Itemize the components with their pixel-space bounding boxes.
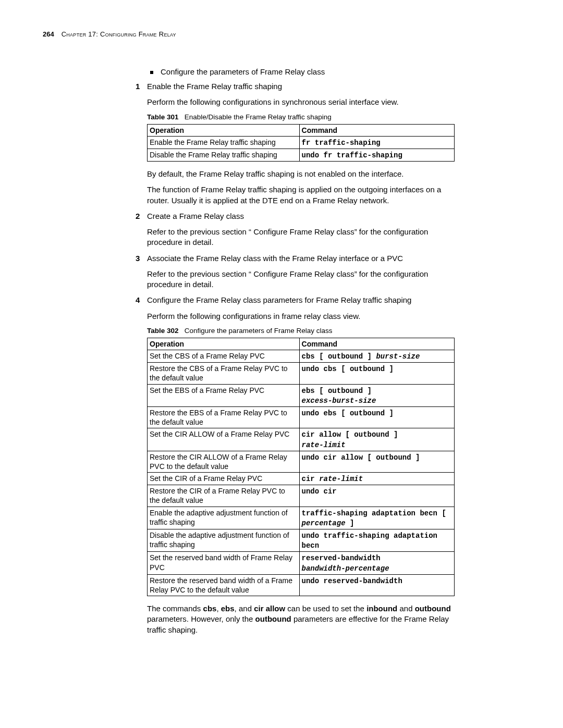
command-text: ] xyxy=(346,519,354,527)
table-row: Restore the EBS of a Frame Relay PVC to … xyxy=(148,406,455,428)
cmd-cell: undo traffic-shaping adaptation becn xyxy=(299,529,454,552)
col-operation: Operation xyxy=(148,338,300,350)
step-number: 3 xyxy=(136,253,140,264)
command-text: undo cbs [ outbound ] xyxy=(302,365,394,373)
cmd-cell: undo ebs [ outbound ] xyxy=(299,406,454,428)
command-arg: percentage xyxy=(302,519,346,527)
op-cell: Restore the CBS of a Frame Relay PVC to … xyxy=(148,363,300,384)
command-text: cbs [ outbound ] xyxy=(302,352,376,361)
step-3-title: 3 Associate the Frame Relay class with t… xyxy=(147,253,455,264)
cmd-cell: undo reserved-bandwidth xyxy=(299,574,454,596)
cmd-cell: undo cbs [ outbound ] xyxy=(299,363,454,384)
table-caption-302: Table 302 Configure the parameters of Fr… xyxy=(147,327,455,335)
step-title: Configure the Frame Relay class paramete… xyxy=(147,295,411,304)
table-title: Configure the parameters of Frame Relay … xyxy=(185,327,333,335)
table-row: Restore the CIR of a Frame Relay PVC to … xyxy=(148,485,455,507)
op-cell: Restore the EBS of a Frame Relay PVC to … xyxy=(148,406,300,428)
cmd-cell: undo cir xyxy=(299,485,454,507)
table-row: Enable the adaptive adjustment function … xyxy=(148,507,455,529)
table-header-row: Operation Command xyxy=(148,124,455,136)
op-cell: Set the CBS of a Frame Relay PVC xyxy=(148,350,300,363)
bullet-text: Configure the parameters of Frame Relay … xyxy=(161,67,325,76)
command-arg: rate-limit xyxy=(319,475,363,483)
text: and xyxy=(397,604,414,613)
inline-bold: outbound xyxy=(415,604,451,613)
command-text: traffic-shaping adaptation becn [ xyxy=(302,509,446,517)
cmd-cell: fr traffic-shaping xyxy=(299,136,454,149)
inline-bold: outbound xyxy=(255,614,291,623)
table-caption-301: Table 301 Enable/Disable the Frame Relay… xyxy=(147,113,455,121)
step-1-title: 1 Enable the Frame Relay traffic shaping xyxy=(147,81,455,92)
inline-bold: cbs xyxy=(203,604,217,613)
command-text: undo traffic-shaping adaptation becn xyxy=(302,532,437,550)
command-text: undo ebs [ outbound ] xyxy=(302,409,394,417)
text: can be used to set the xyxy=(285,604,366,613)
page-content: Configure the parameters of Frame Relay … xyxy=(147,67,455,635)
op-cell: Restore the CIR of a Frame Relay PVC to … xyxy=(148,485,300,507)
inline-bold: inbound xyxy=(366,604,397,613)
command-arg: excess-burst-size xyxy=(302,397,376,405)
table-row: Set the CBS of a Frame Relay PVC cbs [ o… xyxy=(148,350,455,363)
step-number: 4 xyxy=(136,295,140,305)
table-header-row: Operation Command xyxy=(148,338,455,350)
col-operation: Operation xyxy=(148,124,300,136)
cmd-cell: cir rate-limit xyxy=(299,473,454,485)
command-arg: rate-limit xyxy=(302,441,346,449)
chapter-title: Chapter 17: Configuring Frame Relay xyxy=(62,30,176,38)
op-cell: Set the reserved band width of Frame Rel… xyxy=(148,552,300,574)
op-cell: Set the CIR ALLOW of a Frame Relay PVC xyxy=(148,428,300,451)
step-4-title: 4 Configure the Frame Relay class parame… xyxy=(147,295,455,305)
cmd-cell: ebs [ outbound ] excess-burst-size xyxy=(299,384,454,406)
bullet-item: Configure the parameters of Frame Relay … xyxy=(147,67,455,76)
table-row: Set the reserved band width of Frame Rel… xyxy=(148,552,455,574)
table-row: Restore the CBS of a Frame Relay PVC to … xyxy=(148,363,455,384)
step-number: 2 xyxy=(136,211,140,221)
text: , and xyxy=(235,604,254,613)
command-text: undo reserved-bandwidth xyxy=(302,577,402,585)
cmd-cell: reserved-bandwidth bandwidth-percentage xyxy=(299,552,454,574)
command-text: undo cir xyxy=(302,487,337,496)
command-text: undo fr traffic-shaping xyxy=(302,151,402,159)
table-row: Disable the Frame Relay traffic shaping … xyxy=(148,149,455,161)
command-arg: bandwidth-percentage xyxy=(302,564,389,573)
footer-paragraph: The commands cbs, ebs, and cir allow can… xyxy=(147,603,455,635)
command-arg: burst-size xyxy=(376,352,420,361)
command-text: ebs [ outbound ] xyxy=(302,387,372,395)
table-row: Enable the Frame Relay traffic shaping f… xyxy=(148,136,455,149)
table-number: Table 302 xyxy=(147,327,179,335)
page-number: 264 xyxy=(43,30,54,38)
op-cell: Set the CIR of a Frame Relay PVC xyxy=(148,473,300,485)
text: parameters. However, only the xyxy=(147,614,255,623)
command-text: cir allow [ outbound ] xyxy=(302,430,398,439)
body-text: The function of Frame Relay traffic shap… xyxy=(147,184,455,206)
text: , xyxy=(216,604,221,613)
cmd-cell: undo cir allow [ outbound ] xyxy=(299,451,454,472)
cmd-cell: cir allow [ outbound ] rate-limit xyxy=(299,428,454,451)
command-text: undo cir allow [ outbound ] xyxy=(302,453,420,462)
op-cell: Restore the CIR ALLOW of a Frame Relay P… xyxy=(148,451,300,472)
table-title: Enable/Disable the Frame Relay traffic s… xyxy=(185,113,332,121)
op-cell: Disable the Frame Relay traffic shaping xyxy=(148,149,300,161)
body-text: Refer to the previous section “ Configur… xyxy=(147,269,455,290)
col-command: Command xyxy=(299,338,454,350)
body-text: Perform the following configurations in … xyxy=(147,97,455,107)
table-row: Set the CIR of a Frame Relay PVC cir rat… xyxy=(148,473,455,485)
table-row: Set the CIR ALLOW of a Frame Relay PVC c… xyxy=(148,428,455,451)
op-cell: Enable the Frame Relay traffic shaping xyxy=(148,136,300,149)
command-text: cir xyxy=(302,475,320,483)
step-2-title: 2 Create a Frame Relay class xyxy=(147,211,455,221)
cmd-cell: undo fr traffic-shaping xyxy=(299,149,454,161)
op-cell: Restore the reserved band width of a Fra… xyxy=(148,574,300,596)
table-row: Restore the reserved band width of a Fra… xyxy=(148,574,455,596)
table-row: Restore the CIR ALLOW of a Frame Relay P… xyxy=(148,451,455,472)
col-command: Command xyxy=(299,124,454,136)
table-302: Operation Command Set the CBS of a Frame… xyxy=(147,338,455,596)
step-number: 1 xyxy=(136,81,140,92)
body-text: By default, the Frame Relay traffic shap… xyxy=(147,169,455,179)
op-cell: Enable the adaptive adjustment function … xyxy=(148,507,300,529)
page-header: 264 Chapter 17: Configuring Frame Relay xyxy=(43,30,455,38)
table-row: Set the EBS of a Frame Relay PVC ebs [ o… xyxy=(148,384,455,406)
body-text: Perform the following configurations in … xyxy=(147,311,455,322)
text: The commands xyxy=(147,604,203,613)
step-title: Enable the Frame Relay traffic shaping xyxy=(147,82,282,91)
